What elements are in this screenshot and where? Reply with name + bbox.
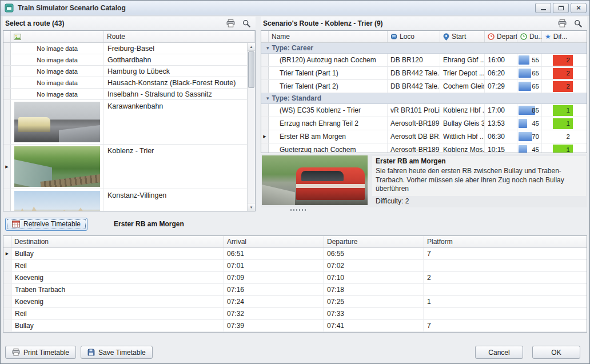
timetable-row[interactable]: Traben Trarbach07:1607:18 bbox=[3, 284, 587, 296]
difficulty-column-cell: 2 bbox=[542, 130, 587, 143]
row-marker-icon bbox=[261, 117, 269, 130]
route-scrollbar[interactable]: ▲ ▼ bbox=[247, 43, 255, 211]
timetable-destination-cell: Bullay bbox=[11, 320, 224, 331]
duration-cell: 65 bbox=[517, 67, 542, 79]
difficulty-column-cell: 1 bbox=[542, 104, 587, 117]
timetable-destination-cell: Traben Trarbach bbox=[11, 284, 224, 295]
scenario-row[interactable]: Gueterzug nach CochemAerosoft-BR189Koble… bbox=[261, 143, 587, 153]
difficulty-badge: 1 bbox=[553, 145, 573, 153]
route-row[interactable]: Konstanz-Villingen bbox=[3, 189, 247, 211]
timetable-departure-cell: 07:10 bbox=[324, 272, 424, 283]
route-panel: Select a route (43) bbox=[3, 17, 256, 211]
timetable-arrival-cell: 07:16 bbox=[224, 284, 324, 295]
timetable-arrival-cell: 06:51 bbox=[224, 248, 324, 259]
titlebar[interactable]: Train Simulator Scenario Catalog × bbox=[1, 1, 589, 15]
route-table-body: No image dataFreiburg-BaselNo image data… bbox=[3, 43, 247, 211]
cancel-button[interactable]: Cancel bbox=[475, 346, 523, 359]
route-name: Konstanz-Villingen bbox=[104, 189, 247, 211]
scenario-preview: Erster RB am Morgen Sie fahren heute den… bbox=[261, 154, 587, 207]
close-icon[interactable]: × bbox=[571, 3, 587, 13]
scenario-row[interactable]: ▶Erster RB am MorgenAerosoft DB BR...Wit… bbox=[261, 130, 587, 143]
destination-column-header[interactable]: Destination bbox=[11, 236, 224, 247]
no-image-cell: No image data bbox=[11, 54, 104, 65]
print-icon[interactable] bbox=[558, 19, 567, 27]
loco-column-header[interactable]: Loco bbox=[388, 31, 440, 42]
timetable-platform-cell bbox=[424, 284, 587, 295]
scenario-row[interactable]: (BR120) Autozug nach CochemDB BR120Ehran… bbox=[261, 54, 587, 67]
difficulty-column-header[interactable]: ★ Dif... bbox=[542, 31, 587, 42]
row-marker-icon bbox=[261, 80, 269, 93]
scenario-panel: Scenario's Route - Koblenz - Trier (9) N… bbox=[261, 17, 587, 211]
difficulty-column-cell: 1 bbox=[542, 117, 587, 130]
row-marker-icon bbox=[3, 308, 11, 319]
scenario-row[interactable]: Errzug nach Ehrang Teil 2Aerosoft-BR189B… bbox=[261, 117, 587, 130]
scenario-group-row[interactable]: ▾Type: Standard bbox=[261, 93, 587, 104]
duration-cell: 65 bbox=[517, 80, 542, 93]
print-timetable-button[interactable]: Print Timetable bbox=[5, 346, 76, 359]
scenario-group-row[interactable]: ▾Type: Career bbox=[261, 43, 587, 54]
route-row[interactable]: No image dataHamburg to Lübeck bbox=[3, 66, 247, 77]
selected-scenario-name: Erster RB am Morgen bbox=[114, 220, 184, 228]
timetable-departure-cell: 07:02 bbox=[324, 260, 424, 271]
row-marker-icon bbox=[3, 260, 11, 271]
image-column-header[interactable] bbox=[11, 31, 104, 42]
scenario-row[interactable]: Trier Talent (Part 2)DB BR442 Tale...Coc… bbox=[261, 80, 587, 93]
duration-cell: 45 bbox=[517, 117, 542, 130]
route-column-header[interactable]: Route bbox=[104, 31, 255, 42]
timetable-row[interactable]: Reil07:0107:02 bbox=[3, 260, 587, 272]
train-icon bbox=[390, 34, 397, 40]
search-icon[interactable] bbox=[574, 19, 582, 27]
duration-cell: 70 bbox=[517, 130, 542, 143]
start-column-header[interactable]: Start bbox=[440, 31, 485, 42]
scenario-depart: 06:30 bbox=[485, 130, 517, 143]
route-row[interactable]: ▶Koblenz - Trier bbox=[3, 145, 247, 189]
row-marker-icon: ▶ bbox=[3, 145, 11, 189]
route-panel-title: Select a route (43) bbox=[5, 19, 64, 27]
ok-button[interactable]: OK bbox=[532, 346, 580, 359]
timetable-row[interactable]: ▶Bullay06:5106:557 bbox=[3, 248, 587, 260]
timetable-row[interactable]: Bullay07:3907:417 bbox=[3, 320, 587, 332]
timetable-row[interactable]: Koevenig07:0907:102 bbox=[3, 272, 587, 284]
route-row[interactable]: No image dataFreiburg-Basel bbox=[3, 43, 247, 54]
name-column-header[interactable]: Name bbox=[269, 31, 388, 42]
timetable-platform-cell: 2 bbox=[424, 272, 587, 283]
timetable-departure-cell: 06:55 bbox=[324, 248, 424, 259]
duration-value: 45 bbox=[532, 143, 539, 153]
departure-column-header[interactable]: Departure bbox=[324, 236, 424, 247]
scrollbar-thumb[interactable] bbox=[248, 51, 254, 88]
timetable-row[interactable]: Reil07:3207:33 bbox=[3, 308, 587, 320]
scroll-up-icon[interactable]: ▲ bbox=[248, 43, 255, 51]
timetable-row[interactable]: Koevenig07:2407:251 bbox=[3, 296, 587, 308]
route-thumbnail bbox=[11, 100, 104, 144]
minimize-icon[interactable] bbox=[535, 3, 551, 13]
grip-dots-icon bbox=[290, 209, 308, 211]
scenario-loco: DB BR442 Tale... bbox=[388, 80, 440, 93]
row-marker-icon bbox=[3, 54, 11, 65]
route-row[interactable]: No image dataHausach-Konstanz (Black-For… bbox=[3, 77, 247, 89]
duration-column-header[interactable]: Du... bbox=[517, 31, 542, 42]
search-icon[interactable] bbox=[242, 19, 250, 27]
maximize-icon[interactable] bbox=[553, 3, 569, 13]
route-row[interactable]: No image dataInselbahn - Stralsund to Sa… bbox=[3, 89, 247, 100]
platform-column-header[interactable]: Platform bbox=[424, 236, 587, 247]
route-row[interactable]: Karawankenbahn bbox=[3, 100, 247, 145]
scenario-name: Gueterzug nach Cochem bbox=[269, 143, 388, 153]
scroll-down-icon[interactable]: ▼ bbox=[248, 203, 255, 211]
arrival-column-header[interactable]: Arrival bbox=[224, 236, 324, 247]
timetable-departure-cell: 07:18 bbox=[324, 284, 424, 295]
scenario-row[interactable]: Trier Talent (Part 1)DB BR442 Tale...Tri… bbox=[261, 67, 587, 80]
depart-column-header[interactable]: Depart bbox=[485, 31, 517, 42]
duration-value: 45 bbox=[532, 117, 539, 130]
scenario-depart: 17:00 bbox=[485, 104, 517, 117]
row-marker-icon bbox=[3, 189, 11, 211]
scenario-row[interactable]: (WS) EC35 Koblenz - TriervR BR101 ProLi.… bbox=[261, 104, 587, 117]
route-row[interactable]: No image dataGotthardbahn bbox=[3, 54, 247, 66]
timetable-table: Destination Arrival Departure Platform ▶… bbox=[3, 235, 587, 333]
retrieve-timetable-button[interactable]: Retreive Timetable bbox=[5, 218, 87, 231]
save-timetable-button[interactable]: Save Timetable bbox=[81, 346, 153, 359]
print-icon[interactable] bbox=[226, 19, 235, 27]
timetable-platform-cell: 7 bbox=[424, 320, 587, 331]
scenario-depart: 10:15 bbox=[485, 143, 517, 153]
clock-red-icon bbox=[488, 33, 495, 40]
scenario-description-box: Erster RB am Morgen Sie fahren heute den… bbox=[372, 156, 586, 196]
